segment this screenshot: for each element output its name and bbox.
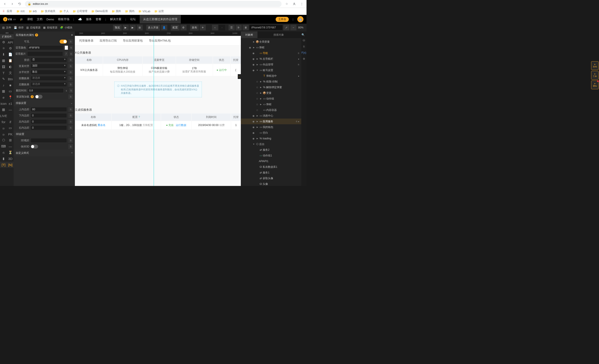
visibility-icon[interactable]: ◉ [248,46,252,49]
tool-item[interactable]: ⏳ [7,149,14,155]
tool-item[interactable]: ⎄ [0,125,7,131]
d3depth-input[interactable] [31,138,67,143]
bookmark-item[interactable]: 📁iH5 [29,10,37,13]
nav-solution[interactable]: 解决方案 [110,17,122,21]
tool-item[interactable]: ▦ [0,58,7,64]
tool-item[interactable]: ▭ [7,125,14,131]
tab-tree[interactable]: 对象树 [241,32,257,38]
tree-node[interactable]: ◉▶▭消息中心 [241,113,301,119]
halign-select[interactable]: 靠左 [31,70,67,75]
star-icon[interactable]: ☆ [285,2,289,6]
visibility-icon[interactable]: ⊘ [255,86,259,89]
workbench-button[interactable]: 工作台 [276,17,289,22]
tool-item[interactable]: ✎ [0,76,7,82]
tree-node[interactable]: ◉▶▭作品管理⎘ [241,62,301,67]
visibility-icon[interactable]: ◉ [251,137,256,140]
tree-node[interactable]: ⊘▶📦变量 [241,90,301,96]
bookmark-item[interactable]: 📁国内 [125,9,134,13]
tool-item[interactable]: ⎄ [0,131,7,137]
rail-db-icon[interactable]: ⛁ [303,39,305,42]
tool-item[interactable]: [T] [0,162,7,168]
expand-icon[interactable]: ▶ [259,86,262,88]
tree-node[interactable]: ⊘▶▭动作组 [241,96,301,102]
rename-link[interactable]: 重命名 [98,124,106,127]
send-icon[interactable]: ✈ [200,25,206,30]
nav-service[interactable]: 服务 [86,17,92,21]
ai-assistant-icon[interactable]: 🤖 [297,16,303,22]
keep3d-toggle[interactable] [31,144,38,149]
copy-icon[interactable]: ⎘ [68,107,73,112]
upload-icon[interactable]: ⤴ [64,51,68,56]
tool-item[interactable]: ±1 [7,100,14,107]
tab-hosted[interactable]: 托管服务器 [79,39,94,43]
tool-item[interactable]: ⎋ [0,149,7,155]
sliders-icon[interactable]: ⚙ [180,25,186,30]
nav-plan[interactable]: 套餐 [96,17,101,21]
tool-item[interactable]: ⚙ [0,39,7,45]
tree-node[interactable]: ⊘▶%解除绑定弹窗 [241,85,301,90]
expand-icon[interactable]: ▶ [259,103,262,105]
visibility-icon[interactable]: ◉ [251,120,256,123]
copy-icon[interactable]: ⎘ [68,82,73,87]
expand-icon[interactable]: ▶ [252,41,255,43]
profile-icon[interactable] [292,2,296,6]
nav-docs[interactable]: 文档 [37,17,43,21]
tree-node[interactable]: ▶📦全局变量 [241,39,301,45]
visible-toggle[interactable] [60,40,67,43]
tree-node[interactable]: ◉▶%左导航栏● [241,56,301,62]
visibility-icon[interactable]: ◉ [251,52,256,55]
tree-node[interactable]: ◉▭空白 [241,130,301,136]
collapse-icon[interactable]: ◀◀ [0,32,14,34]
tool-item[interactable]: ■ [7,82,14,88]
back-icon[interactable] [3,2,7,6]
padtop-input[interactable] [31,107,67,112]
expand-icon[interactable]: ▼ [252,143,255,145]
tab-search[interactable]: 搜索对象 [257,32,300,38]
copy-icon[interactable]: ⎘ [68,113,73,118]
custom-style-section[interactable]: 自定义样式+ [14,150,75,156]
tree-body[interactable]: ▶📦全局变量◉▶▭弹框◉▭导航⎘◉▶%左导航栏●◉▶▭作品管理⎘◉▼▭账号设置T… [241,38,301,186]
tool-item[interactable]: 📋 [7,58,14,64]
tool-item[interactable]: 📄 [7,51,14,58]
tree-node[interactable]: ◉▶%loading [241,136,301,141]
tool-item[interactable]: ⚙ [7,45,14,51]
layout-section[interactable]: 排版设置⌄ [14,100,75,106]
multidev-button[interactable]: 多人开发 [146,25,160,31]
tool-item[interactable]: ⎔ [0,137,7,143]
reload-icon[interactable] [18,2,22,6]
tool-item[interactable]: ▦ [0,88,7,94]
tool-item[interactable]: ♪ [0,82,7,88]
help-icon[interactable]: ? [31,95,34,98]
rail-fx-icon[interactable]: F(x) [301,51,306,54]
bookmark-item[interactable]: 📁iVX [17,10,25,13]
bookmark-item[interactable]: 📁国外 [112,9,121,13]
tree-node[interactable]: ⊘▶▭弹框 [241,102,301,107]
tab-export-sub[interactable]: 应用导出订阅 [100,39,117,43]
kebab-icon[interactable]: ⋮ [300,2,304,6]
clip-select[interactable]: 否 [31,58,67,62]
visibility-icon[interactable]: ⊘ [255,92,259,94]
fit-icon[interactable]: ⤢ [283,25,290,30]
active-project-tab[interactable]: 从志江那搬过来的作品管理 [140,15,181,23]
tool-item[interactable]: ▭ [7,88,14,94]
menu-icon[interactable]: ≡ [71,34,73,36]
nav-forum[interactable]: 论坛 [130,17,136,21]
qr-icon[interactable]: ⊞ [137,25,143,30]
copy-icon[interactable]: ⎘ [69,45,73,50]
collapse-tree-icon[interactable]: ← [238,74,241,79]
renew-link[interactable]: 续费 [219,124,225,127]
copy-icon[interactable]: ⎘ [69,88,73,93]
search-icon[interactable]: 🔍 [300,32,307,38]
valign-select[interactable]: 顶部 [31,64,67,68]
tree-node[interactable]: ⊘▭内容容器 [241,107,301,113]
monitor-icon[interactable]: 🖥 [243,25,249,30]
tool-item[interactable] [7,113,14,119]
tree-node[interactable]: T弹框选中● [241,73,301,79]
copy-icon[interactable]: ⎘ [68,119,73,124]
expand-icon[interactable]: ▶ [252,46,255,49]
bookmark-item[interactable]: 📁技术相关 [41,9,55,13]
expand-icon[interactable]: ▶ [256,115,259,117]
visibility-icon[interactable]: ◉ [251,114,256,117]
apps-label[interactable]: 应用 [7,9,12,13]
tree-node[interactable]: ⛁私有数据库1 [241,164,301,170]
